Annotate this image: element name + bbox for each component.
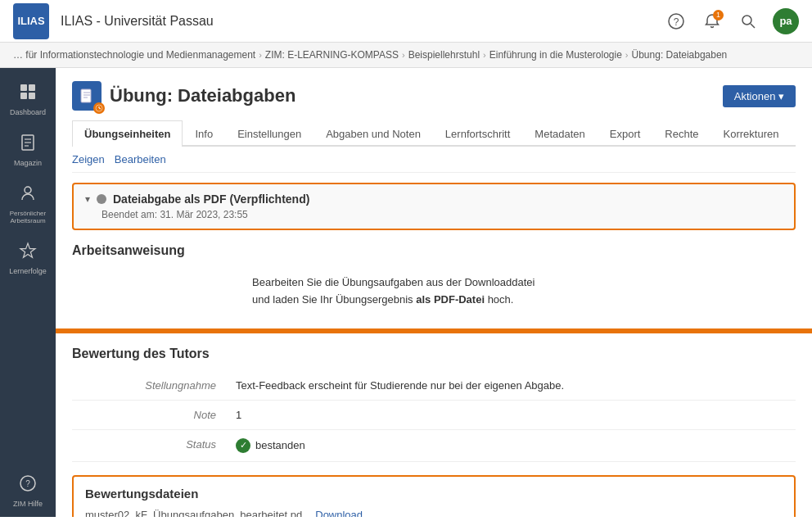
status-value: ✓ bestanden bbox=[236, 438, 305, 453]
main-layout: Dashboard Magazin Persönlicher Arbeits bbox=[0, 68, 812, 517]
check-circle-icon: ✓ bbox=[236, 438, 250, 453]
page-title-group: Übung: Dateiabgaben bbox=[72, 81, 295, 111]
status-label: Status bbox=[72, 438, 236, 451]
tab-info[interactable]: Info bbox=[183, 120, 225, 147]
top-nav-icons: ? 1 pa bbox=[665, 8, 799, 34]
sidebar-label-lernerfolge: Lernerfolge bbox=[9, 267, 47, 276]
tabs-bar: Übungseinheiten Info Einstellungen Abgab… bbox=[72, 120, 796, 147]
bewertung-row-stellungnahme: Stellungnahme Text-Feedback erscheint fü… bbox=[72, 371, 796, 401]
tab-einstellungen[interactable]: Einstellungen bbox=[225, 120, 314, 147]
notification-icon[interactable]: 1 bbox=[701, 10, 724, 33]
svg-text:?: ? bbox=[25, 479, 30, 488]
sidebar-item-lernerfolge[interactable]: Lernerfolge bbox=[0, 233, 56, 284]
svg-point-2 bbox=[742, 16, 751, 25]
assignment-title: Dateiabgabe als PDF (Verpflichtend) bbox=[113, 193, 309, 206]
breadcrumb-item-5: Übung: Dateiabgaben bbox=[632, 49, 728, 61]
sidebar-item-personal[interactable]: Persönlicher Arbeitsraum bbox=[0, 176, 56, 233]
sidebar-item-magazin[interactable]: Magazin bbox=[0, 125, 56, 176]
personal-icon bbox=[19, 184, 37, 206]
breadcrumb-item-2[interactable]: ZIM: E-LEARNING-KOMPASS bbox=[265, 49, 399, 61]
sidebar-label-zim: ZIM Hilfe bbox=[13, 500, 43, 509]
file-name: muster02_kF_Übungsaufgaben_bearbeitet.pd bbox=[85, 509, 302, 517]
tab-export[interactable]: Export bbox=[598, 120, 653, 147]
breadcrumb-item-3[interactable]: Beispiellehrstuhl bbox=[408, 49, 480, 61]
bewertung-row-status: Status ✓ bestanden bbox=[72, 430, 796, 462]
tab-rechte[interactable]: Rechte bbox=[652, 120, 710, 147]
bewertung-heading: Bewertung des Tutors bbox=[72, 347, 796, 361]
notification-badge: 1 bbox=[713, 10, 724, 20]
note-label: Note bbox=[72, 409, 236, 421]
breadcrumb-sep-4: › bbox=[625, 50, 629, 60]
breadcrumb-item-4[interactable]: Einführung in die Musterologie bbox=[489, 49, 622, 61]
assignment-box: ▾ Dateiabgabe als PDF (Verpflichtend) Be… bbox=[72, 183, 796, 230]
breadcrumb-sep-3: › bbox=[483, 50, 486, 60]
clock-overlay-icon bbox=[93, 102, 105, 114]
exercise-icon bbox=[72, 81, 102, 111]
instruction-line2-plain: und laden Sie Ihr Übungsergebnis bbox=[252, 293, 416, 306]
search-icon[interactable] bbox=[737, 10, 760, 33]
svg-text:?: ? bbox=[674, 16, 679, 28]
sidebar-label-magazin: Magazin bbox=[14, 159, 42, 168]
aktionen-button[interactable]: Aktionen ▾ bbox=[723, 85, 796, 107]
instruction-line2-end: hoch. bbox=[485, 293, 513, 306]
tab-lernfortschritt[interactable]: Lernfortschritt bbox=[433, 120, 522, 147]
sidebar: Dashboard Magazin Persönlicher Arbeits bbox=[0, 68, 56, 517]
dashboard-icon bbox=[19, 83, 37, 105]
section-divider bbox=[56, 328, 812, 333]
sidebar-label-dashboard: Dashboard bbox=[10, 108, 46, 117]
sub-action-bearbeiten[interactable]: Bearbeiten bbox=[115, 153, 166, 165]
stellungnahme-value: Text-Feedback erscheint für Studierende … bbox=[236, 379, 564, 392]
svg-rect-15 bbox=[81, 89, 91, 102]
file-row: muster02_kF_Übungsaufgaben_bearbeitet.pd… bbox=[85, 509, 783, 517]
sidebar-item-zim[interactable]: ? ZIM Hilfe bbox=[0, 466, 56, 517]
help-icon[interactable]: ? bbox=[665, 10, 688, 33]
content-area: Übung: Dateiabgaben Aktionen ▾ Übungsein… bbox=[56, 68, 812, 517]
instruction-line1: Bearbeiten Sie die Übungsaufgaben aus de… bbox=[252, 276, 535, 288]
tab-korrekturen[interactable]: Korrekturen bbox=[711, 120, 792, 147]
download-link[interactable]: Download bbox=[315, 509, 363, 517]
lernerfolge-icon bbox=[19, 242, 37, 264]
sidebar-label-personal: Persönlicher Arbeitsraum bbox=[0, 210, 56, 225]
site-title: ILIAS - Universität Passau bbox=[61, 14, 665, 29]
status-text: bestanden bbox=[255, 439, 305, 451]
page-title: Übung: Dateiabgaben bbox=[110, 85, 295, 106]
status-dot-icon bbox=[97, 194, 106, 204]
svg-rect-4 bbox=[20, 84, 27, 91]
instruction-bold: als PDF-Datei bbox=[416, 293, 485, 306]
top-navigation: ILIAS ILIAS - Universität Passau ? 1 pa bbox=[0, 0, 812, 43]
arbeitsanweisung-heading: Arbeitsanweisung bbox=[72, 243, 796, 258]
breadcrumb: … für Informationstechnologie und Medien… bbox=[0, 43, 812, 68]
svg-rect-7 bbox=[29, 93, 35, 99]
zim-icon: ? bbox=[19, 474, 37, 496]
svg-rect-6 bbox=[20, 93, 27, 99]
sub-actions: Zeigen Bearbeiten bbox=[72, 147, 796, 173]
bewertung-row-note: Note 1 bbox=[72, 401, 796, 430]
ilias-logo: ILIAS bbox=[13, 3, 49, 39]
tab-metadaten[interactable]: Metadaten bbox=[522, 120, 597, 147]
breadcrumb-sep-2: › bbox=[402, 50, 405, 60]
svg-line-3 bbox=[751, 24, 755, 28]
breadcrumb-sep-1: › bbox=[259, 50, 262, 60]
dateien-heading: Bewertungsdateien bbox=[85, 487, 783, 501]
svg-point-12 bbox=[25, 187, 31, 193]
tab-abgaben[interactable]: Abgaben und Noten bbox=[314, 120, 433, 147]
note-value: 1 bbox=[236, 409, 241, 421]
instruction-text: Bearbeiten Sie die Übungsaufgaben aus de… bbox=[72, 268, 796, 315]
page-header: Übung: Dateiabgaben Aktionen ▾ bbox=[72, 81, 796, 111]
breadcrumb-item-1[interactable]: … für Informationstechnologie und Medien… bbox=[13, 49, 255, 61]
user-avatar[interactable]: pa bbox=[773, 8, 799, 34]
bewertungsdateien-box: Bewertungsdateien muster02_kF_Übungsaufg… bbox=[72, 475, 796, 517]
svg-rect-5 bbox=[29, 84, 35, 91]
collapse-arrow-icon[interactable]: ▾ bbox=[85, 193, 90, 205]
tab-ubungseinheiten[interactable]: Übungseinheiten bbox=[72, 120, 183, 147]
assignment-header: ▾ Dateiabgabe als PDF (Verpflichtend) bbox=[85, 193, 783, 206]
bewertung-section: Bewertung des Tutors Stellungnahme Text-… bbox=[72, 347, 796, 462]
status-passed-group: ✓ bestanden bbox=[236, 438, 305, 453]
magazin-icon bbox=[19, 134, 37, 156]
sidebar-item-dashboard[interactable]: Dashboard bbox=[0, 75, 56, 125]
assignment-deadline: Beendet am: 31. Mär 2023, 23:55 bbox=[102, 209, 783, 220]
stellungnahme-label: Stellungnahme bbox=[72, 379, 236, 392]
sub-action-zeigen[interactable]: Zeigen bbox=[72, 153, 105, 165]
